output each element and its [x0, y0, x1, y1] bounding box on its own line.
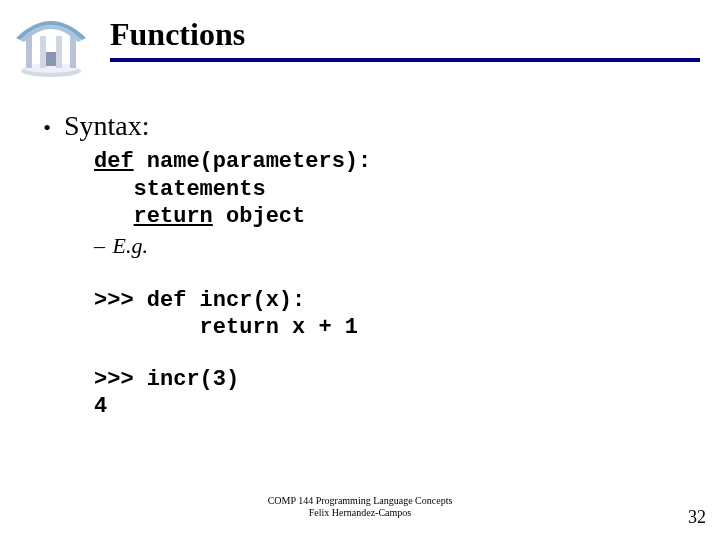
eg-dash: –	[94, 233, 105, 258]
repl2-line2: 4	[94, 393, 690, 421]
svg-rect-2	[26, 36, 32, 68]
page-number: 32	[688, 507, 706, 528]
repl-block-1: >>> def incr(x): return x + 1	[94, 287, 690, 342]
repl2-line1: >>> incr(3)	[94, 366, 690, 394]
slide-content: • Syntax: def name(parameters): statemen…	[30, 110, 690, 421]
title-underline	[110, 58, 700, 62]
svg-rect-5	[56, 36, 62, 68]
syntax-label: Syntax:	[64, 110, 150, 142]
code-statements: statements	[134, 177, 266, 202]
keyword-def: def	[94, 149, 134, 174]
footer-line1: COMP 144 Programming Language Concepts	[0, 495, 720, 507]
eg-label: E.g.	[113, 233, 148, 258]
syntax-bullet-row: • Syntax:	[30, 110, 690, 142]
repl-block-2: >>> incr(3) 4	[94, 366, 690, 421]
bullet-dot: •	[30, 115, 64, 141]
repl1-line2: return x + 1	[94, 314, 690, 342]
code-line-1: def name(parameters):	[94, 148, 690, 176]
slide-footer: COMP 144 Programming Language Concepts F…	[0, 495, 720, 518]
unc-old-well-logo	[10, 8, 92, 78]
example-label-row: – E.g.	[94, 233, 690, 259]
code-signature: name(parameters):	[134, 149, 372, 174]
footer-line2: Felix Hernandez-Campos	[0, 507, 720, 519]
slide-title: Functions	[110, 16, 245, 53]
code-object: object	[213, 204, 305, 229]
syntax-code: def name(parameters): statements return …	[94, 148, 690, 231]
keyword-return: return	[134, 204, 213, 229]
code-line-3: return object	[94, 203, 690, 231]
svg-rect-6	[46, 52, 56, 66]
svg-rect-4	[40, 36, 46, 68]
svg-rect-3	[70, 36, 76, 68]
repl1-line1: >>> def incr(x):	[94, 287, 690, 315]
code-line-2: statements	[94, 176, 690, 204]
